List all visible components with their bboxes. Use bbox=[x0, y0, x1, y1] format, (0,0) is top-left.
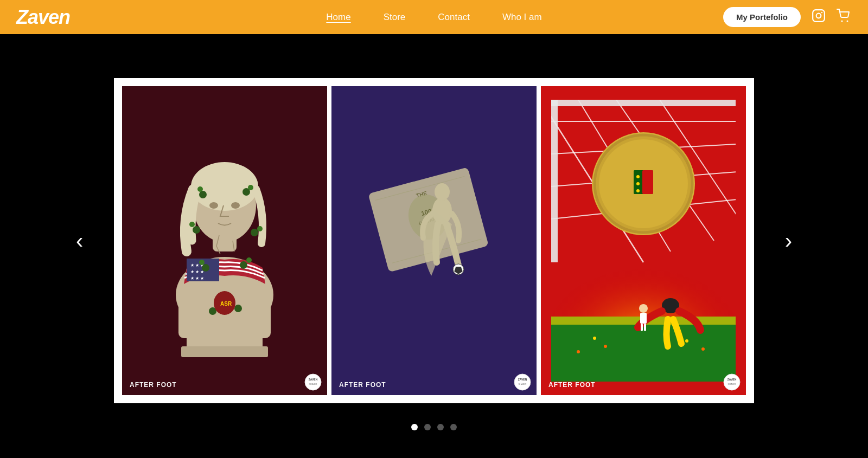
nav-contact[interactable]: Contact bbox=[438, 12, 470, 23]
card-3-label: AFTER FOOT bbox=[548, 381, 596, 389]
svg-point-34 bbox=[305, 374, 321, 390]
artwork-image-1: ★ ★ ★ ★ ★ ★ ★ ★ ★ bbox=[132, 100, 317, 382]
dot-2[interactable] bbox=[424, 424, 431, 430]
svg-text:ZAVEN: ZAVEN bbox=[309, 378, 318, 381]
svg-point-27 bbox=[199, 260, 205, 265]
carousel-next-button[interactable]: › bbox=[780, 224, 797, 257]
svg-rect-54 bbox=[551, 327, 736, 336]
svg-point-21 bbox=[248, 185, 253, 190]
svg-point-85 bbox=[701, 347, 705, 351]
svg-point-47 bbox=[514, 374, 531, 390]
svg-rect-79 bbox=[641, 324, 643, 331]
card-3-watermark: ZAVEN SHAIER bbox=[723, 373, 741, 391]
portfolio-button[interactable]: My Portefolio bbox=[723, 7, 801, 27]
carousel-container: ★ ★ ★ ★ ★ ★ ★ ★ ★ bbox=[114, 78, 754, 403]
svg-text:★ ★ ★: ★ ★ ★ bbox=[190, 276, 204, 281]
svg-rect-80 bbox=[644, 324, 646, 331]
svg-text:ZAVEN: ZAVEN bbox=[727, 378, 737, 381]
carousel-dots bbox=[411, 424, 457, 430]
nav-home[interactable]: Home bbox=[326, 12, 350, 23]
artwork-image-3 bbox=[551, 100, 736, 382]
svg-rect-64 bbox=[551, 100, 558, 262]
svg-point-18 bbox=[199, 191, 207, 198]
svg-point-1 bbox=[816, 13, 821, 18]
svg-point-73 bbox=[636, 182, 640, 185]
svg-point-22 bbox=[193, 226, 200, 234]
svg-text:SHAIER: SHAIER bbox=[519, 383, 527, 385]
svg-rect-71 bbox=[642, 170, 653, 194]
header: Zaven Home Store Contact Who I am My Por… bbox=[0, 0, 868, 34]
svg-point-72 bbox=[636, 175, 640, 178]
svg-text:SHAIER: SHAIER bbox=[309, 383, 317, 385]
carousel: ‹ bbox=[114, 78, 754, 403]
svg-point-31 bbox=[234, 305, 242, 312]
svg-text:★ ★ ★: ★ ★ ★ bbox=[190, 269, 204, 274]
dot-1[interactable] bbox=[411, 424, 418, 430]
svg-point-82 bbox=[604, 345, 607, 348]
svg-point-19 bbox=[197, 186, 203, 192]
svg-point-4 bbox=[847, 20, 848, 22]
svg-point-24 bbox=[251, 229, 258, 236]
svg-rect-63 bbox=[551, 100, 736, 106]
card-2-watermark: ZAVEN SHAIER bbox=[514, 373, 531, 391]
artwork-card-2[interactable]: THE 100 DOLLARS bbox=[331, 86, 537, 395]
svg-point-2 bbox=[821, 11, 823, 13]
carousel-prev-button[interactable]: ‹ bbox=[71, 224, 88, 257]
svg-point-45 bbox=[435, 183, 450, 201]
artwork-image-2: THE 100 DOLLARS bbox=[342, 100, 526, 382]
svg-point-3 bbox=[841, 20, 843, 22]
svg-point-77 bbox=[639, 304, 648, 313]
artwork-card-1[interactable]: ★ ★ ★ ★ ★ ★ ★ ★ ★ bbox=[122, 86, 327, 395]
instagram-icon[interactable] bbox=[812, 9, 826, 26]
svg-point-26 bbox=[202, 264, 209, 272]
dot-3[interactable] bbox=[437, 424, 444, 430]
nav-store[interactable]: Store bbox=[384, 12, 406, 23]
svg-point-74 bbox=[636, 189, 640, 192]
svg-point-29 bbox=[246, 257, 252, 263]
svg-rect-0 bbox=[813, 10, 825, 22]
artwork-card-3[interactable]: AFTER FOOT ZAVEN SHAIER bbox=[541, 86, 746, 395]
card-2-label: AFTER FOOT bbox=[339, 381, 386, 389]
main-content: ‹ bbox=[0, 34, 868, 458]
header-right: My Portefolio bbox=[723, 7, 852, 27]
logo: Zaven bbox=[16, 6, 70, 29]
svg-point-28 bbox=[240, 261, 247, 269]
svg-point-13 bbox=[231, 202, 240, 209]
svg-rect-6 bbox=[181, 346, 268, 357]
card-1-label: AFTER FOOT bbox=[130, 381, 177, 389]
svg-point-25 bbox=[257, 226, 263, 231]
svg-text:ZAVEN: ZAVEN bbox=[518, 378, 527, 381]
svg-point-81 bbox=[593, 337, 596, 340]
svg-point-23 bbox=[189, 222, 195, 227]
svg-point-12 bbox=[209, 202, 218, 209]
svg-point-86 bbox=[724, 374, 740, 390]
card-1-watermark: ZAVEN SHAIER bbox=[304, 373, 322, 391]
svg-text:SHAIER: SHAIER bbox=[728, 383, 736, 385]
dot-4[interactable] bbox=[450, 424, 457, 430]
svg-point-84 bbox=[685, 339, 688, 343]
cart-icon[interactable] bbox=[837, 9, 852, 26]
svg-rect-78 bbox=[640, 313, 647, 324]
svg-text:ASR: ASR bbox=[220, 301, 232, 307]
main-nav: Home Store Contact Who I am bbox=[326, 12, 541, 23]
nav-whoiam[interactable]: Who I am bbox=[502, 12, 542, 23]
svg-point-83 bbox=[577, 350, 580, 353]
